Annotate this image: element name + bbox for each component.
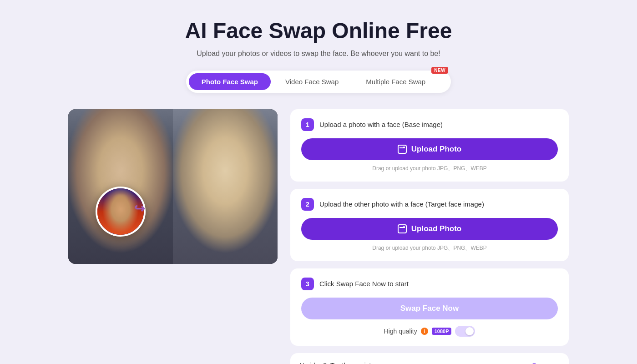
page-title: AI Face Swap Online Free [185,18,452,43]
swap-face-now-button[interactable]: Swap Face Now [301,298,558,319]
new-badge: NEW [431,67,448,74]
no-idea-text: No idea? [299,361,327,364]
swap-face-now-label: Swap Face Now [400,304,459,313]
tabs-container: Photo Face Swap Video Face Swap Multiple… [186,71,451,93]
step-3-header: 3 Click Swap Face Now to start [301,278,558,290]
step-1-card: 1 Upload a photo with a face (Base image… [290,109,569,182]
samples-card: No idea? Try these pictures. See more [290,353,569,364]
upload-photo-2-label: Upload Photo [411,224,461,233]
step-3-card: 3 Click Swap Face Now to start Swap Face… [290,268,569,346]
demo-before-image: ↪ [68,109,173,264]
tab-video-face-swap[interactable]: Video Face Swap [273,73,351,90]
page-subtitle: Upload your photos or videos to swap the… [197,50,440,58]
tab-multiple-face-swap[interactable]: Multiple Face Swap [353,73,448,90]
quality-toggle[interactable] [455,326,475,337]
step-3-number: 3 [301,278,314,290]
step-2-number: 2 [301,198,314,211]
info-icon: i [421,328,428,335]
demo-after-image [173,109,278,264]
upload-photo-2-button[interactable]: Upload Photo [301,218,558,240]
toggle-knob [465,327,474,335]
step-2-header: 2 Upload the other photo with a face (Ta… [301,198,558,211]
tab-photo-face-swap[interactable]: Photo Face Swap [189,73,271,90]
quality-badge: 1080P [432,328,452,335]
upload-icon-1 [398,145,407,154]
step-3-description: Click Swap Face Now to start [319,278,409,288]
controls-panel: 1 Upload a photo with a face (Base image… [290,109,569,364]
step-1-number: 1 [301,118,314,131]
upload-hint-2: Drag or upload your photo JPG、PNG、WEBP [301,244,558,252]
quality-row: High quality i 1080P [301,326,558,337]
try-text: Try these pictures. [330,361,386,364]
demo-image: ↪ [68,109,278,264]
step-1-description: Upload a photo with a face (Base image) [319,118,443,129]
samples-header: No idea? Try these pictures. See more [299,361,560,364]
main-content: ↪ 1 Upload a photo with a face (Base ima… [68,109,569,364]
step-2-description: Upload the other photo with a face (Targ… [319,198,484,209]
quality-label: High quality [384,328,417,335]
upload-photo-1-button[interactable]: Upload Photo [301,138,558,160]
upload-icon-2 [398,224,407,233]
step-1-header: 1 Upload a photo with a face (Base image… [301,118,558,131]
see-more-link[interactable]: See more [532,362,560,364]
upload-photo-1-label: Upload Photo [411,145,461,154]
swap-arrow-icon: ↪ [134,201,145,216]
step-2-card: 2 Upload the other photo with a face (Ta… [290,189,569,261]
upload-hint-1: Drag or upload your photo JPG、PNG、WEBP [301,165,558,172]
samples-left: No idea? Try these pictures. [299,361,386,364]
